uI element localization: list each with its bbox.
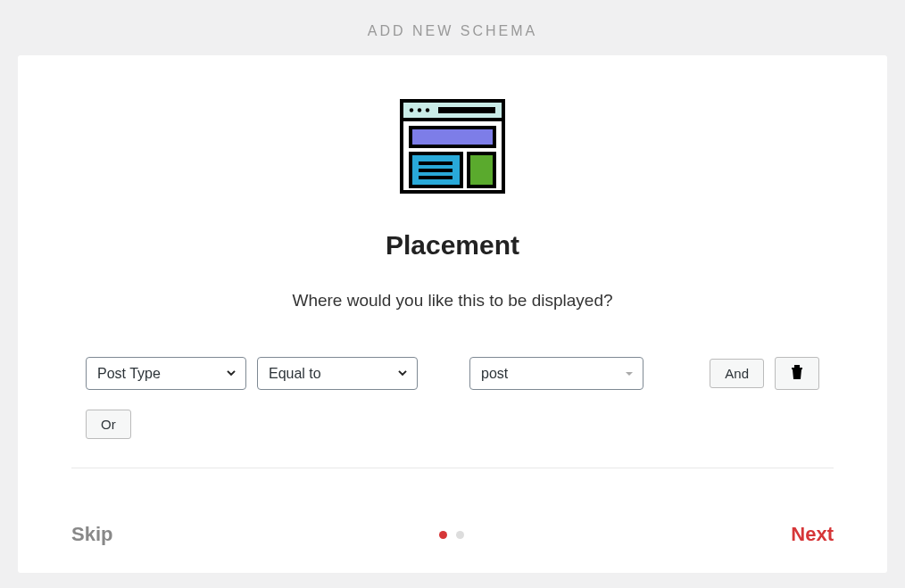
- operator-select[interactable]: Equal to: [257, 357, 418, 390]
- modal-card: Placement Where would you like this to b…: [18, 55, 887, 573]
- step-dot-1: [439, 531, 447, 539]
- placement-layout-icon: [399, 98, 506, 195]
- modal-header-title: ADD NEW SCHEMA: [0, 0, 905, 55]
- page-title: Placement: [386, 230, 519, 261]
- svg-rect-14: [794, 365, 800, 368]
- trash-icon: [790, 368, 804, 383]
- operator-select-wrap: Equal to: [257, 357, 418, 390]
- skip-button[interactable]: Skip: [71, 523, 112, 546]
- or-button[interactable]: Or: [86, 410, 131, 439]
- field-select[interactable]: Post Type: [86, 357, 246, 390]
- svg-rect-6: [438, 107, 495, 113]
- modal-footer: Skip Next: [71, 523, 834, 546]
- svg-point-4: [418, 108, 421, 112]
- step-dot-2: [456, 531, 464, 539]
- next-button[interactable]: Next: [791, 523, 834, 546]
- placement-rule-row: Post Type Equal to post: [71, 357, 834, 468]
- and-button[interactable]: And: [710, 359, 764, 388]
- page-subtitle: Where would you like this to be displaye…: [292, 291, 612, 311]
- svg-point-3: [410, 108, 413, 112]
- field-select-wrap: Post Type: [86, 357, 246, 390]
- pagination-dots: [439, 531, 464, 539]
- delete-button[interactable]: [775, 357, 819, 390]
- svg-rect-7: [411, 128, 494, 146]
- value-select-wrap: post: [469, 357, 643, 390]
- svg-point-5: [426, 108, 429, 112]
- value-select[interactable]: post: [469, 357, 643, 390]
- svg-rect-12: [469, 153, 494, 186]
- svg-rect-13: [792, 368, 802, 369]
- modal-content: Placement Where would you like this to b…: [71, 89, 834, 496]
